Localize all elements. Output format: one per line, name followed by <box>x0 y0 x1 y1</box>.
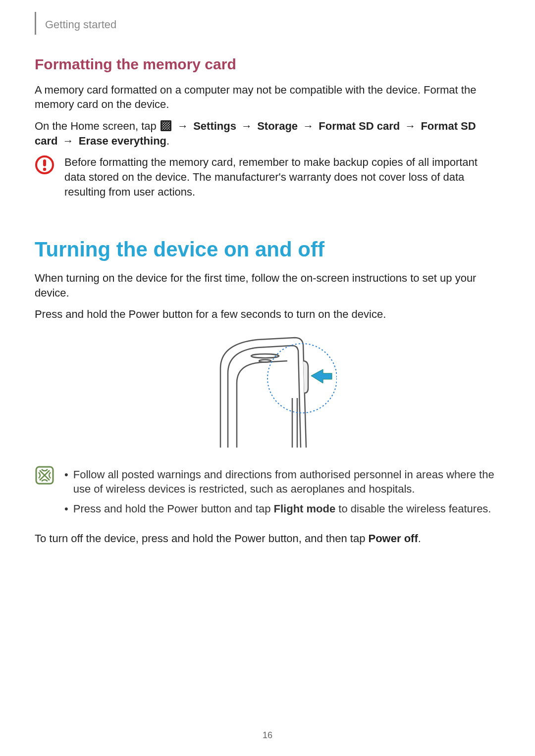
svg-rect-1 <box>43 159 46 166</box>
paragraph: Press and hold the Power button for a fe… <box>35 307 500 322</box>
arrow-icon: → <box>298 120 319 132</box>
tip-list: • Follow all posted warnings and directi… <box>64 465 500 521</box>
caution-icon <box>35 155 54 175</box>
arrow-icon: → <box>57 135 78 147</box>
navigation-steps: On the Home screen, tap → Settings → Sto… <box>35 119 500 148</box>
arrow-icon: → <box>172 120 193 132</box>
arrow-icon: → <box>400 120 421 132</box>
page-number: 16 <box>0 729 535 741</box>
subheading-formatting: Formatting the memory card <box>35 54 500 75</box>
chapter-title: Getting started <box>45 17 116 32</box>
list-item: • Press and hold the Power button and ta… <box>64 502 500 516</box>
arrow-icon: → <box>236 120 257 132</box>
tip-text: Press and hold the Power button and tap … <box>73 502 500 516</box>
paragraph: When turning on the device for the first… <box>35 271 500 300</box>
tip-icon <box>35 465 54 485</box>
svg-point-3 <box>251 354 279 358</box>
nav-step: Erase everything <box>79 135 166 147</box>
paragraph: A memory card formatted on a computer ma… <box>35 83 500 112</box>
nav-step: Storage <box>257 120 298 132</box>
caution-text: Before formatting the memory card, remem… <box>64 155 500 199</box>
chapter-header: Getting started <box>35 15 500 35</box>
svg-marker-8 <box>311 369 332 383</box>
device-power-figure <box>35 334 500 452</box>
chapter-rule <box>35 12 36 35</box>
caution-callout: Before formatting the memory card, remem… <box>35 155 500 206</box>
apps-icon <box>160 120 171 131</box>
nav-prefix: On the Home screen, tap <box>35 120 160 132</box>
svg-point-2 <box>43 168 46 171</box>
bullet-icon: • <box>64 502 68 516</box>
tip-callout: • Follow all posted warnings and directi… <box>35 465 500 521</box>
tip-text: Follow all posted warnings and direction… <box>73 467 500 497</box>
bullet-icon: • <box>64 467 68 497</box>
nav-step: Format SD card <box>319 120 400 132</box>
nav-step: Settings <box>193 120 236 132</box>
list-item: • Follow all posted warnings and directi… <box>64 467 500 497</box>
svg-point-4 <box>259 360 271 362</box>
paragraph: To turn off the device, press and hold t… <box>35 531 500 546</box>
section-heading-turning: Turning the device on and off <box>35 236 500 264</box>
